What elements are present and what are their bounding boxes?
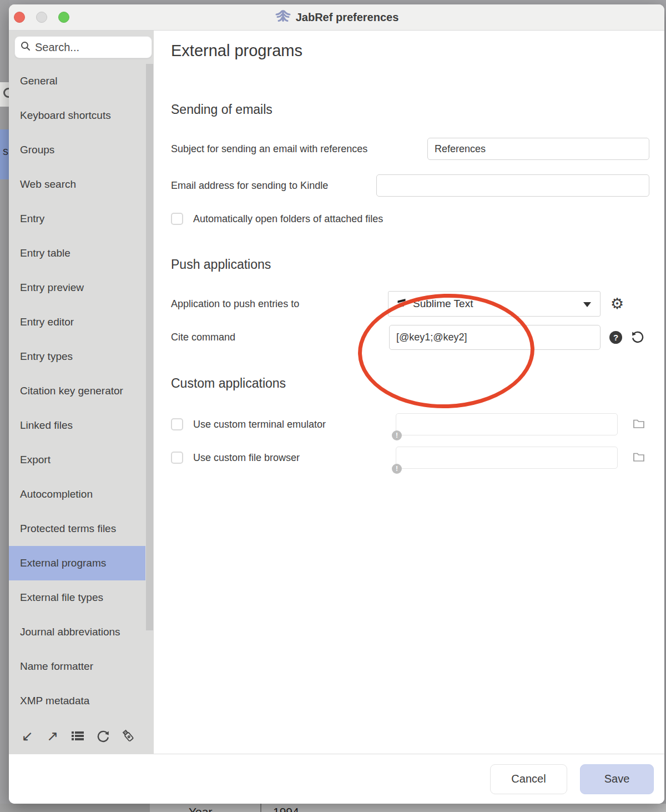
section-heading-sending-of-emails: Sending of emails <box>171 102 664 117</box>
import-preferences-icon[interactable]: ↙ <box>17 726 38 745</box>
cite-command-help-icon[interactable]: ? <box>609 331 622 344</box>
custom-browser-checkbox[interactable] <box>171 452 183 464</box>
sidebar-item-entry-table[interactable]: Entry table <box>9 236 145 270</box>
email-subject-input[interactable] <box>427 138 649 160</box>
zoom-button[interactable] <box>58 12 69 23</box>
terminal-browse-folder-icon[interactable] <box>633 418 645 431</box>
show-all-preferences-icon[interactable] <box>67 726 88 745</box>
cite-command-input[interactable] <box>389 325 601 350</box>
cite-command-label: Cite command <box>171 332 389 343</box>
custom-terminal-input[interactable] <box>396 413 618 435</box>
section-heading-custom-applications: Custom applications <box>171 376 664 391</box>
sidebar-item-general[interactable]: General <box>9 64 145 98</box>
sidebar-item-xmp-metadata[interactable]: XMP metadata <box>9 684 145 718</box>
sidebar-scrollbar-thumb[interactable] <box>146 64 153 630</box>
background-table-header-cell: Year <box>150 804 260 812</box>
terminal-validation-icon: ! <box>392 430 402 440</box>
sidebar-item-keyboard-shortcuts[interactable]: Keyboard shortcuts <box>9 98 145 133</box>
chevron-down-icon <box>583 302 591 307</box>
push-application-label: Application to push entries to <box>171 298 388 310</box>
push-application-value: Sublime Text <box>413 298 473 310</box>
sublime-text-icon <box>396 298 407 310</box>
push-application-row: Application to push entries to Sublime T… <box>171 291 664 317</box>
custom-terminal-label: Use custom terminal emulator <box>193 419 396 430</box>
sidebar-item-citation-key-generator[interactable]: Citation key generator <box>9 374 145 408</box>
sidebar-toolbar: ↙ ↗ <box>9 721 145 754</box>
sidebar-item-export[interactable]: Export <box>9 443 145 477</box>
custom-browser-input[interactable] <box>396 447 618 469</box>
section-heading-push-applications: Push applications <box>171 257 664 272</box>
auto-open-folders-label: Automatically open folders of attached f… <box>193 213 383 225</box>
push-application-dropdown[interactable]: Sublime Text <box>388 291 601 317</box>
kindle-email-label: Email address for sending to Kindle <box>171 180 376 192</box>
save-button[interactable]: Save <box>580 764 654 794</box>
reset-preferences-icon[interactable] <box>93 726 114 745</box>
auto-open-folders-checkbox[interactable] <box>171 213 183 225</box>
window-title: JabRef preferences <box>296 11 399 24</box>
cite-command-reset-icon[interactable] <box>631 330 644 345</box>
minimize-button[interactable] <box>36 12 47 23</box>
sidebar-item-entry-types[interactable]: Entry types <box>9 339 145 374</box>
background-stray-letter: s <box>3 145 8 158</box>
background-table-value-cell: 1994 <box>261 804 666 812</box>
background-selected-row-fragment: s <box>0 129 9 179</box>
custom-terminal-row: Use custom terminal emulator ! <box>171 413 664 435</box>
background-window-left-fragment: s <box>0 0 9 804</box>
auto-open-folders-row: Automatically open folders of attached f… <box>171 211 664 227</box>
sidebar-item-groups[interactable]: Groups <box>9 133 145 167</box>
custom-browser-row: Use custom file browser ! <box>171 447 664 469</box>
sidebar-search <box>14 36 152 58</box>
browser-validation-icon: ! <box>392 464 402 474</box>
content-pane: External programs Sending of emails Subj… <box>154 31 664 754</box>
sidebar-item-linked-files[interactable]: Linked files <box>9 408 145 443</box>
background-table-fragment: Year 1994 <box>0 804 666 812</box>
jabref-logo-icon <box>275 9 291 26</box>
push-application-settings-gear-icon[interactable]: ⚙ <box>610 297 624 312</box>
sidebar-item-name-formatter[interactable]: Name formatter <box>9 649 145 684</box>
page-title: External programs <box>171 42 664 60</box>
export-preferences-icon[interactable]: ↗ <box>42 726 63 745</box>
cancel-button[interactable]: Cancel <box>490 764 567 794</box>
titlebar: JabRef preferences <box>9 4 664 31</box>
sidebar-item-entry[interactable]: Entry <box>9 202 145 236</box>
custom-terminal-checkbox[interactable] <box>171 418 183 430</box>
search-icon <box>21 41 31 53</box>
preferences-window: JabRef preferences General Keyboard shor… <box>9 4 664 804</box>
sidebar-nav-list: General Keyboard shortcuts Groups Web se… <box>9 64 145 718</box>
cite-command-row: Cite command ? <box>171 325 664 350</box>
kindle-email-row: Email address for sending to Kindle <box>171 174 664 197</box>
sidebar-item-autocompletion[interactable]: Autocompletion <box>9 477 145 512</box>
background-icon-fragment <box>0 82 9 107</box>
email-subject-label: Subject for sending an email with refere… <box>171 143 427 155</box>
browser-browse-folder-icon[interactable] <box>633 451 645 464</box>
sidebar-item-external-file-types[interactable]: External file types <box>9 580 145 615</box>
kindle-email-input[interactable] <box>376 174 649 197</box>
sidebar-item-entry-preview[interactable]: Entry preview <box>9 270 145 305</box>
sidebar-item-external-programs[interactable]: External programs <box>9 546 145 580</box>
custom-browser-label: Use custom file browser <box>193 452 396 464</box>
footer-bar: Cancel Save <box>9 754 664 804</box>
memory-stick-icon[interactable] <box>118 726 139 745</box>
sidebar: General Keyboard shortcuts Groups Web se… <box>9 31 154 754</box>
sidebar-item-journal-abbreviations[interactable]: Journal abbreviations <box>9 615 145 649</box>
email-subject-row: Subject for sending an email with refere… <box>171 138 664 160</box>
sidebar-item-protected-terms-files[interactable]: Protected terms files <box>9 512 145 546</box>
sidebar-item-entry-editor[interactable]: Entry editor <box>9 305 145 339</box>
close-button[interactable] <box>14 12 25 23</box>
sidebar-item-web-search[interactable]: Web search <box>9 167 145 202</box>
